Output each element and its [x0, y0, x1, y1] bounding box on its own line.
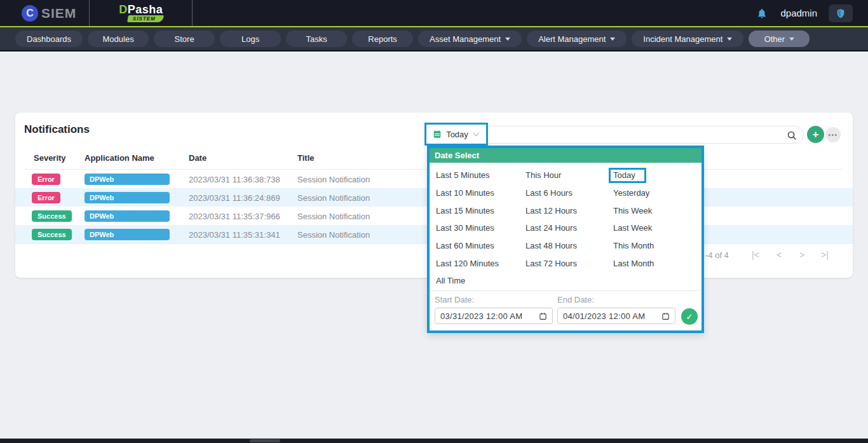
- nav-item-label: Alert Management: [538, 34, 606, 44]
- date-option-last-5-minutes[interactable]: Last 5 Minutes: [436, 167, 525, 184]
- previous-page-icon[interactable]: <: [776, 250, 782, 260]
- calendar-picker-icon[interactable]: [539, 312, 547, 320]
- date-select-header: Date Select: [430, 148, 702, 163]
- date-option-label: Today: [609, 168, 646, 183]
- date-option-last-12-hours[interactable]: Last 12 Hours: [526, 201, 611, 219]
- nav-item-dashboards[interactable]: Dashboards: [15, 31, 83, 47]
- date-cell: 2023/03/31 11:36:38:738: [189, 174, 280, 184]
- notification-bell-icon[interactable]: [755, 6, 769, 20]
- date-select-options: Last 5 MinutesLast 10 MinutesLast 15 Min…: [430, 163, 702, 290]
- date-option-last-72-hours[interactable]: Last 72 Hours: [526, 254, 611, 272]
- next-page-icon[interactable]: >: [799, 250, 804, 260]
- csiem-logo[interactable]: C SIEM: [0, 0, 90, 26]
- date-option-all-time[interactable]: All Time: [436, 272, 525, 290]
- date-option-this-week[interactable]: This Week: [613, 201, 696, 219]
- date-range-label: Today: [446, 130, 468, 139]
- dpasha-logo[interactable]: DPasha SİSTEM: [90, 0, 193, 26]
- nav-item-tasks[interactable]: Tasks: [286, 31, 347, 47]
- date-option-yesterday[interactable]: Yesterday: [613, 184, 696, 202]
- date-option-last-week[interactable]: Last Week: [613, 219, 696, 237]
- date-option-last-6-hours[interactable]: Last 6 Hours: [526, 184, 611, 202]
- application-badge: DPWeb: [85, 174, 170, 185]
- search-icon[interactable]: [785, 128, 799, 142]
- add-button[interactable]: +: [807, 126, 824, 143]
- dpasha-logo-text: DPasha: [119, 4, 163, 15]
- severity-badge: Success: [32, 229, 72, 240]
- last-page-icon[interactable]: >|: [821, 250, 829, 260]
- date-option-last-10-minutes[interactable]: Last 10 Minutes: [436, 184, 525, 202]
- nav-item-label: Logs: [241, 34, 259, 44]
- nav-item-label: Reports: [368, 34, 397, 44]
- profile-shield-button[interactable]: [829, 4, 853, 22]
- date-select-dropdown: Date Select Last 5 MinutesLast 10 Minute…: [427, 146, 704, 333]
- more-options-button[interactable]: •••: [825, 127, 841, 142]
- horizontal-scrollbar[interactable]: [0, 439, 868, 443]
- column-header-date: Date: [189, 153, 207, 163]
- column-header-application: Application Name: [85, 153, 154, 163]
- date-option-last-30-minutes[interactable]: Last 30 Minutes: [436, 219, 525, 237]
- severity-badge: Error: [32, 192, 60, 203]
- date-option-this-month[interactable]: This Month: [613, 237, 696, 255]
- application-badge: DPWeb: [85, 210, 170, 222]
- application-badge: DPWeb: [85, 192, 170, 203]
- sistem-badge: SİSTEM: [127, 15, 164, 22]
- nav-item-label: Tasks: [306, 34, 327, 44]
- top-bar: C SIEM DPasha SİSTEM dpadmin: [0, 0, 868, 26]
- app-root: C SIEM DPasha SİSTEM dpadmin DashboardsM…: [0, 0, 868, 443]
- date-option-label: Yesterday: [613, 188, 649, 198]
- title-cell: Session Notification: [297, 229, 370, 239]
- nav-item-label: Modules: [103, 34, 134, 44]
- severity-badge: Error: [32, 174, 60, 185]
- date-option-last-120-minutes[interactable]: Last 120 Minutes: [436, 254, 525, 272]
- date-option-label: Last 48 Hours: [526, 241, 577, 250]
- end-date-group: End Date: 04/01/2023 12:00 AM: [557, 295, 675, 324]
- date-select-column-days: TodayYesterdayThis WeekLast WeekThis Mon…: [613, 167, 696, 272]
- date-cell: 2023/03/31 11:35:37:966: [189, 211, 280, 221]
- application-cell: DPWeb: [85, 229, 170, 240]
- calendar-picker-icon[interactable]: [661, 312, 670, 320]
- date-option-this-hour[interactable]: This Hour: [526, 167, 611, 184]
- search-input[interactable]: [495, 128, 775, 142]
- date-option-label: This Hour: [526, 170, 561, 180]
- date-range-button[interactable]: Today: [424, 123, 488, 146]
- date-select-column-minutes: Last 5 MinutesLast 10 MinutesLast 15 Min…: [436, 167, 525, 290]
- application-cell: DPWeb: [85, 210, 170, 222]
- date-option-label: All Time: [436, 276, 465, 285]
- chevron-down-icon: [789, 37, 794, 41]
- username-label: dpadmin: [780, 8, 817, 18]
- nav-item-store[interactable]: Store: [154, 31, 215, 47]
- nav-item-alert-management[interactable]: Alert Management: [527, 31, 627, 47]
- apply-date-button[interactable]: ✓: [681, 308, 698, 325]
- date-option-label: Last 72 Hours: [526, 259, 577, 268]
- nav-item-reports[interactable]: Reports: [352, 31, 413, 47]
- date-cell: 2023/03/31 11:36:24:869: [189, 193, 280, 202]
- title-cell: Session Notification: [297, 193, 370, 202]
- nav-item-logs[interactable]: Logs: [220, 31, 281, 47]
- date-option-last-60-minutes[interactable]: Last 60 Minutes: [436, 237, 525, 255]
- date-option-label: Last 5 Minutes: [436, 170, 490, 180]
- date-option-label: Last 30 Minutes: [436, 223, 494, 233]
- chevron-down-icon: [727, 37, 732, 41]
- date-option-label: Last Month: [613, 259, 654, 268]
- severity-cell: Error: [32, 174, 60, 185]
- date-option-label: Last 10 Minutes: [436, 188, 494, 198]
- chevron-down-icon: [610, 37, 615, 41]
- first-page-icon[interactable]: |<: [752, 250, 759, 260]
- title-cell: Session Notification: [297, 174, 370, 184]
- date-option-last-15-minutes[interactable]: Last 15 Minutes: [436, 201, 525, 219]
- date-option-label: Last 6 Hours: [526, 188, 573, 198]
- date-option-today[interactable]: Today: [613, 167, 696, 184]
- nav-item-asset-management[interactable]: Asset Management: [418, 31, 522, 47]
- nav-item-label: Store: [175, 34, 194, 44]
- date-option-last-48-hours[interactable]: Last 48 Hours: [526, 237, 611, 255]
- nav-item-other[interactable]: Other: [749, 31, 810, 47]
- nav-bar: DashboardsModulesStoreLogsTasksReportsAs…: [0, 27, 868, 50]
- horizontal-scrollbar-thumb[interactable]: [250, 439, 280, 442]
- start-date-input[interactable]: 03/31/2023 12:00 AM: [435, 308, 553, 324]
- nav-item-incident-management[interactable]: Incident Management: [632, 31, 743, 47]
- end-date-input[interactable]: 04/01/2023 12:00 AM: [557, 308, 675, 324]
- pagination-range-label: -4 of 4: [705, 250, 729, 260]
- date-option-last-month[interactable]: Last Month: [613, 254, 696, 272]
- nav-item-modules[interactable]: Modules: [88, 31, 149, 47]
- date-option-last-24-hours[interactable]: Last 24 Hours: [526, 219, 611, 237]
